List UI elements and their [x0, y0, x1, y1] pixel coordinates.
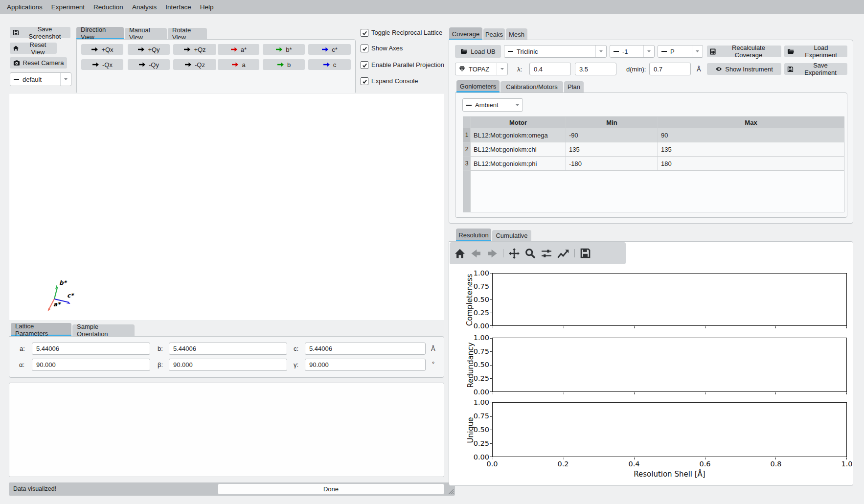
- alpha-field[interactable]: 90.000: [32, 359, 150, 371]
- tab-cumulative[interactable]: Cumulative: [492, 230, 531, 241]
- plus-qy-button[interactable]: +Qy: [128, 44, 170, 55]
- row-header-3[interactable]: 3: [463, 157, 471, 171]
- wavelength-min-field[interactable]: 0.4: [529, 63, 571, 75]
- b-star-button[interactable]: b*: [263, 44, 305, 55]
- checkbox-show-axes[interactable]: Show Axes: [361, 45, 458, 52]
- pan-icon[interactable]: [509, 248, 520, 259]
- plus-qy-label: +Qy: [148, 46, 159, 53]
- wavelength-max-value: 3.5: [579, 66, 588, 73]
- b-field[interactable]: 5.44006: [169, 343, 287, 355]
- load-experiment-button[interactable]: Load Experiment: [784, 46, 847, 57]
- resize-grip-icon[interactable]: [448, 488, 454, 495]
- tab-lattice-parameters[interactable]: Lattice Parameters: [11, 323, 71, 336]
- table-empty-area: [566, 171, 658, 212]
- table-row-2-min[interactable]: 135: [566, 142, 658, 157]
- tab-goniometers[interactable]: Goniometers: [456, 80, 500, 92]
- row-header-1[interactable]: 1: [463, 128, 471, 142]
- camera-preset-combo[interactable]: default: [10, 72, 71, 86]
- wavelength-max-field[interactable]: 3.5: [575, 63, 616, 75]
- svg-text:c*: c*: [67, 292, 74, 299]
- tab-manual-view[interactable]: Manual View: [125, 28, 167, 40]
- tab-calibration-motors[interactable]: Calibration/Motors: [500, 81, 563, 92]
- table-row-1-max[interactable]: 90: [658, 128, 844, 142]
- console-output[interactable]: [9, 383, 444, 477]
- save-figure-icon[interactable]: [580, 248, 591, 258]
- checkbox-enable-parallel-projection[interactable]: Enable Parallel Projection: [361, 61, 463, 69]
- status-message: Data visualized!: [13, 485, 56, 492]
- a-field[interactable]: 5.44006: [32, 343, 150, 355]
- table-row-1-motor[interactable]: BL12:Mot:goniokm:omega: [471, 128, 566, 142]
- show-instrument-button[interactable]: Show Instrument: [707, 63, 781, 75]
- d-min-field[interactable]: 0.7: [649, 63, 691, 75]
- ytick: 0.75: [464, 282, 489, 290]
- table-row-2-motor[interactable]: BL12:Mot:goniokm:chi: [471, 142, 566, 157]
- tab-sample-orientation[interactable]: Sample Orientation: [72, 324, 135, 336]
- save-experiment-label: Save Experiment: [796, 62, 844, 76]
- row-header-2[interactable]: 2: [463, 142, 471, 157]
- tab-direction-view[interactable]: Direction View: [76, 27, 124, 40]
- tab-resolution[interactable]: Resolution: [456, 229, 491, 241]
- point-group-combo[interactable]: -1: [610, 45, 655, 58]
- column-header-min[interactable]: Min: [566, 117, 658, 128]
- table-row-3-motor[interactable]: BL12:Mot:goniokm:phi: [471, 157, 566, 171]
- load-ub-button[interactable]: Load UB: [455, 45, 501, 58]
- menu-analysis[interactable]: Analysis: [128, 0, 161, 14]
- menu-help[interactable]: Help: [196, 0, 218, 14]
- table-row-2-max[interactable]: 135: [658, 142, 844, 157]
- tab-coverage[interactable]: Coverage: [449, 27, 482, 40]
- reset-view-button[interactable]: Reset View: [10, 43, 57, 54]
- recalculate-coverage-button[interactable]: Recalculate Coverage: [707, 46, 781, 57]
- minus-qx-button[interactable]: -Qx: [81, 59, 123, 70]
- c-field[interactable]: 5.44006: [305, 343, 426, 355]
- beta-field[interactable]: 90.000: [169, 359, 287, 371]
- c-star-button[interactable]: c*: [308, 44, 351, 55]
- centering-combo[interactable]: P: [658, 45, 703, 58]
- checkbox-expand-console[interactable]: Expand Console: [361, 77, 458, 85]
- menu-experiment[interactable]: Experiment: [47, 0, 89, 14]
- menu-interface[interactable]: Interface: [161, 0, 196, 14]
- back-icon[interactable]: [471, 249, 481, 258]
- zoom-icon[interactable]: [525, 248, 536, 259]
- subplots-icon[interactable]: [541, 249, 552, 258]
- plus-qx-button[interactable]: +Qx: [81, 44, 123, 55]
- a-star-button[interactable]: a*: [218, 44, 259, 55]
- minus-qy-label: -Qy: [149, 61, 159, 69]
- checkbox-checked-icon: [361, 77, 368, 85]
- table-row-3-max[interactable]: 180: [658, 157, 844, 171]
- gamma-field[interactable]: 90.000: [305, 359, 426, 371]
- goniometer-mode-combo[interactable]: Ambient: [462, 98, 523, 112]
- ytick: 1.00: [464, 334, 489, 342]
- eye-icon: [715, 66, 722, 72]
- menu-applications[interactable]: Applications: [2, 0, 47, 14]
- instrument-combo[interactable]: TOPAZ: [455, 63, 508, 75]
- a-field-label: a:: [20, 345, 25, 352]
- save-screenshot-button[interactable]: Save Screenshot: [10, 27, 70, 38]
- camera-icon: [13, 60, 20, 66]
- crystal-system-combo[interactable]: Triclinic: [504, 45, 607, 58]
- viewport-3d[interactable]: b* c* a*: [9, 93, 444, 321]
- reset-camera-button[interactable]: Reset Camera: [10, 57, 67, 69]
- wavelength-label: λ:: [517, 66, 522, 73]
- tab-peaks[interactable]: Peaks: [483, 28, 505, 40]
- table-row-1-min[interactable]: -90: [566, 128, 658, 142]
- tab-plan[interactable]: Plan: [564, 81, 584, 92]
- column-header-max[interactable]: Max: [658, 117, 844, 128]
- tab-mesh[interactable]: Mesh: [506, 28, 527, 40]
- column-header-motor[interactable]: Motor: [471, 117, 566, 128]
- save-experiment-button[interactable]: Save Experiment: [784, 63, 847, 75]
- forward-icon[interactable]: [487, 249, 498, 258]
- customize-plot-icon[interactable]: [557, 249, 569, 258]
- b-button[interactable]: b: [263, 59, 305, 70]
- menu-reduction[interactable]: Reduction: [89, 0, 128, 14]
- minus-qy-button[interactable]: -Qy: [128, 59, 170, 70]
- home-icon[interactable]: [455, 249, 465, 258]
- minus-qz-button[interactable]: -Qz: [173, 59, 216, 70]
- tab-rotate-view[interactable]: Rotate View: [168, 28, 207, 40]
- c-button[interactable]: c: [308, 59, 351, 70]
- a-button[interactable]: a: [218, 59, 259, 70]
- checkbox-toggle-reciprocal-lattice[interactable]: Toggle Reciprocal Lattice: [361, 29, 458, 37]
- c-label: c: [333, 61, 337, 69]
- plus-qz-button[interactable]: +Qz: [173, 44, 216, 55]
- folder-open-icon: [460, 48, 468, 54]
- table-row-3-min[interactable]: -180: [566, 157, 658, 171]
